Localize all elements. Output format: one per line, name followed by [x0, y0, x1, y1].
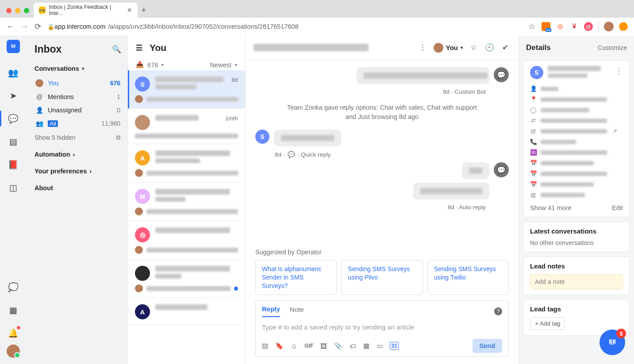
back-button[interactable]: ←: [6, 22, 14, 31]
attr-row: 📅: [530, 170, 623, 177]
close-tab-icon[interactable]: ✕: [127, 7, 132, 14]
profile-avatar[interactable]: [604, 22, 614, 31]
conversation-item[interactable]: [128, 260, 245, 298]
insert-emoji-icon[interactable]: ☺: [291, 342, 297, 350]
rail-me-avatar[interactable]: [7, 345, 20, 358]
add-note-input[interactable]: Add a note: [530, 274, 623, 289]
location-icon: 📍: [530, 96, 536, 103]
lead-card: S ⋮ 👤 📍 ◯ ⇄ @↗ 📞 🆔 📅 📅 📅 ▥ Show 41 more …: [523, 60, 630, 217]
show-hidden-link[interactable]: Show 5 hidden ⚙: [35, 134, 121, 141]
conversations-heading[interactable]: Conversations▾: [35, 65, 121, 72]
new-tab-button[interactable]: +: [138, 6, 150, 18]
extension-sun-icon[interactable]: [619, 22, 628, 31]
filter-you[interactable]: You 676: [35, 77, 121, 90]
attr-row: 📍: [530, 96, 623, 103]
filter-unassigned[interactable]: 👤Unassigned 0: [35, 104, 121, 116]
email-icon: @: [530, 128, 536, 134]
add-tag-button[interactable]: + Add tag: [530, 317, 565, 330]
caret-down-icon: ▾: [161, 62, 164, 67]
conversation-item[interactable]: 1mth: [128, 109, 245, 144]
intercom-messenger-fab[interactable]: 5: [599, 330, 625, 355]
conversation-item[interactable]: S 8d: [128, 70, 245, 109]
preferences-link[interactable]: Your preferences›: [35, 168, 121, 175]
rail-book-icon[interactable]: 📕: [0, 153, 27, 176]
intercom-logo[interactable]: [7, 40, 20, 53]
conversation-list: ☰ You 📥676▾ Newest▾ S 8d 1mth: [128, 35, 246, 364]
hubspot-extension-icon[interactable]: ⚙: [556, 22, 565, 31]
message-meta: 8d · Auto reply: [255, 204, 509, 211]
snooze-icon[interactable]: 🕘: [484, 43, 495, 52]
composer-tab-note[interactable]: Note: [290, 306, 304, 317]
rail-inbox-icon[interactable]: 💬: [0, 107, 27, 130]
mention-icon: @: [35, 93, 43, 100]
rail-contacts-icon[interactable]: 👥: [0, 61, 27, 84]
insert-bookmark-icon[interactable]: 🔖: [275, 342, 284, 350]
attr-row: ▥: [530, 192, 623, 198]
insert-calendar-icon[interactable]: 31: [390, 342, 398, 350]
filter-mentions[interactable]: @Mentions 1: [35, 91, 121, 103]
rail-chat-icon[interactable]: 💭: [0, 276, 27, 299]
more-icon[interactable]: ⋮: [418, 43, 428, 52]
insert-app-icon[interactable]: ▦: [363, 342, 369, 350]
avatar: S: [135, 77, 150, 92]
show-more-link[interactable]: Show 41 more: [530, 204, 572, 211]
suggested-article[interactable]: Sending SMS Surveys using Twilio: [427, 260, 509, 295]
filter-all[interactable]: 👥All 11,960: [35, 117, 121, 130]
lock-icon: 🔒: [47, 23, 54, 30]
pinterest-extension-icon[interactable]: ¥: [570, 22, 579, 31]
rail-notifications-icon[interactable]: 🔔: [0, 322, 27, 345]
insert-image-icon[interactable]: 🖼: [320, 342, 327, 350]
mini-avatar: [135, 95, 143, 103]
card-heading: Lead notes: [530, 262, 623, 270]
reload-button[interactable]: ⟳: [35, 22, 41, 31]
star-icon[interactable]: ☆: [468, 43, 479, 52]
forward-button[interactable]: →: [20, 22, 28, 31]
insert-attachment-icon[interactable]: 📎: [334, 342, 342, 350]
inbox-count-dropdown[interactable]: 📥676▾: [136, 61, 164, 69]
divider: [598, 22, 599, 31]
close-conversation-icon[interactable]: ✔: [500, 43, 511, 52]
rail-apps-icon[interactable]: ▦: [0, 299, 27, 322]
conversation-item[interactable]: A: [128, 298, 245, 325]
help-icon[interactable]: ?: [494, 307, 502, 315]
external-icon[interactable]: ↗: [611, 128, 618, 134]
send-button[interactable]: Send: [473, 339, 502, 353]
suggested-label: Suggested by Operator: [255, 249, 509, 256]
rail-articles-icon[interactable]: ▤: [0, 130, 27, 153]
suggested-article[interactable]: Sending SMS Surveys using Plivo: [341, 260, 423, 295]
search-icon[interactable]: 🔍: [112, 45, 121, 54]
insert-card-icon[interactable]: ▭: [377, 342, 383, 350]
edit-link[interactable]: Edit: [612, 204, 623, 211]
gear-icon[interactable]: ⚙: [115, 134, 121, 141]
insert-gif-button[interactable]: GIF: [304, 343, 313, 349]
rail-send-icon[interactable]: ➤: [0, 84, 27, 107]
attr-row: @↗: [530, 128, 623, 134]
suggested-article[interactable]: What is alphanumeric Sender in SMS Surve…: [255, 260, 337, 295]
insert-product-icon[interactable]: 🏷: [350, 342, 356, 350]
composer-tab-reply[interactable]: Reply: [262, 305, 280, 317]
extension-spiral-icon[interactable]: @: [584, 22, 593, 31]
bookmark-star-icon[interactable]: ☆: [527, 22, 536, 31]
browser-tab-active[interactable]: 676 Inbox | Zonka Feedback | Inte… ✕: [34, 3, 138, 18]
composer-input[interactable]: Type # to add a saved reply or try sendi…: [262, 322, 502, 339]
automation-link[interactable]: Automation›: [35, 151, 121, 158]
user-icon: 👤: [530, 85, 536, 92]
conversation-item[interactable]: ◎: [128, 221, 245, 260]
about-link[interactable]: About: [35, 184, 121, 192]
phone-icon: 📞: [530, 138, 536, 145]
rail-reports-icon[interactable]: ◫: [0, 176, 27, 199]
conversation-item[interactable]: A: [128, 144, 245, 183]
assignee-dropdown[interactable]: You▾: [434, 43, 463, 53]
id-icon: 🆔: [530, 149, 536, 156]
extension-1[interactable]: 64: [542, 22, 550, 31]
window-controls[interactable]: [4, 8, 34, 18]
list-menu-icon[interactable]: ☰: [136, 43, 142, 53]
sessions-icon: ▥: [530, 192, 536, 198]
address-bar[interactable]: 🔒 app.intercom.com/a/apps/orvz3ibb/inbox…: [47, 23, 521, 30]
conversation-item[interactable]: M: [128, 183, 245, 221]
insert-article-icon[interactable]: ▤: [262, 342, 268, 350]
sort-dropdown[interactable]: Newest▾: [210, 61, 237, 69]
customize-link[interactable]: Customize: [598, 44, 627, 51]
lead-more-icon[interactable]: ⋮: [615, 66, 623, 76]
inbox-title: Inbox 🔍: [35, 43, 121, 55]
